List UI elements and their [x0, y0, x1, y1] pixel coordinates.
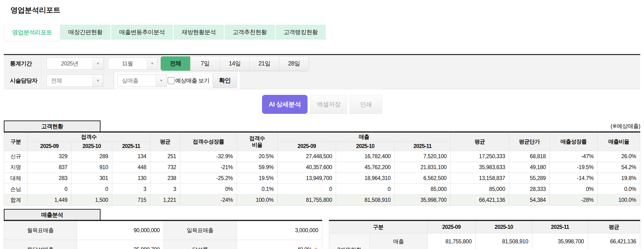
confirm-button[interactable]: 확인 — [213, 73, 237, 88]
trend-header-avg: 평균 — [588, 220, 640, 233]
row-label: 지명 — [4, 162, 28, 173]
cell: 0.0% — [598, 184, 640, 195]
tab-sales-analysis-report[interactable]: 영업분석리포트 — [4, 25, 60, 41]
cell: -24% — [180, 195, 237, 206]
filter-row-staff: 시술담당자 전체 ▼ 실매출 ▼ 예상매출 보기 확인 — [4, 72, 640, 89]
col-header-visit-ratio: 접객수 비율 — [237, 132, 278, 151]
range-button-14d[interactable]: 14일 — [220, 56, 250, 71]
cell: 81,508,910 — [476, 233, 532, 249]
cell: 448 — [112, 162, 150, 173]
table-row-guest: 손님 0 0 3 3 0% 0.1% 0 0 85,000 85,000 28,… — [4, 184, 640, 195]
col-header-gubun: 구분 — [4, 132, 28, 151]
achievement-rate-label: 달성률 — [164, 240, 236, 249]
action-button-row: AI 상세분석 엑셀저장 인쇄 — [4, 95, 640, 114]
cell: 66,421,136 — [450, 195, 509, 206]
tab-customer-ranking-status[interactable]: 고객랭킹현황 — [276, 25, 326, 39]
cell: 54.2% — [598, 162, 640, 173]
monthly-target-label: 월목표매출 — [4, 220, 77, 240]
period-label: 통계기간 — [4, 55, 41, 72]
chevron-down-icon: ▼ — [92, 58, 103, 70]
rate-value: 40.0% — [297, 246, 312, 249]
table-row-total: 합계 1,449 1,500 715 1,221 -24% 100.0% 81,… — [4, 195, 640, 206]
col-header-sales-m1: 2025-09 — [278, 142, 336, 151]
col-header-visit-avg: 평균 — [150, 132, 180, 151]
cell: 0 — [71, 184, 112, 195]
col-header-visit-m2: 2025-10 — [71, 142, 112, 151]
col-header-sales-m3: 2025-11 — [394, 142, 450, 151]
col-header-sales-avg: 평균 — [450, 132, 509, 151]
table-row-substitute: 대체 283 301 130 238 -25.2% 19.5% 13,949,7… — [4, 173, 640, 184]
cell: -19.5% — [550, 162, 597, 173]
trend-header-gubun: 구분 — [329, 220, 428, 233]
staff-select-value: 전체 — [47, 75, 92, 86]
cell: 715 — [112, 195, 150, 206]
table-row: 월달성매출 35,998,700 달성률 40.0%▼ — [4, 240, 322, 249]
tab-store-simple-status[interactable]: 매장간편현황 — [60, 25, 111, 39]
cell: 100.0% — [237, 195, 278, 206]
cell: 27,448,500 — [278, 151, 336, 162]
trend-group-label: 3개월현황 — [329, 233, 370, 249]
cell: 19.5% — [237, 173, 278, 184]
month-select[interactable]: 11월 ▼ — [108, 58, 158, 70]
report-tab-bar: 영업분석리포트 매장간편현황 매출변동추이분석 재방현황분석 고객추천현황 고객… — [4, 25, 640, 42]
cell: 13,949,700 — [278, 173, 336, 184]
cell: 68,818 — [509, 151, 550, 162]
tab-revisit-status-analysis[interactable]: 재방현황분석 — [174, 25, 224, 39]
range-button-28d[interactable]: 28일 — [279, 56, 309, 71]
range-button-all[interactable]: 전체 — [161, 56, 190, 71]
trend-row-label: 매출 — [370, 233, 427, 249]
cell: 301 — [71, 173, 112, 184]
cell: 238 — [150, 173, 180, 184]
cell: 54,384 — [509, 195, 550, 206]
expected-sales-checkbox[interactable] — [168, 77, 175, 84]
sales-target-table: 월목표매출 90,000,000 일목표매출 3,000,000 월달성매출 3… — [4, 220, 322, 249]
cell: 55,289 — [509, 173, 550, 184]
cell: 18,964,310 — [336, 173, 394, 184]
ai-detail-analysis-button[interactable]: AI 상세분석 — [262, 95, 308, 114]
cell: 81,755,800 — [427, 233, 476, 249]
cell: 85,000 — [450, 184, 509, 195]
cell: -47% — [550, 151, 597, 162]
range-button-7d[interactable]: 7일 — [190, 56, 220, 71]
row-label: 대체 — [4, 173, 28, 184]
cell: 0% — [550, 184, 597, 195]
cell: 13,158,837 — [450, 173, 509, 184]
table-row-new: 신규 329 289 134 251 -32.9% 20.5% 27,448,5… — [4, 151, 640, 162]
staff-select[interactable]: 전체 ▼ — [46, 74, 104, 87]
down-arrow-icon: ▼ — [314, 247, 318, 249]
chevron-down-icon: ▼ — [92, 75, 103, 86]
tab-sales-trend-analysis[interactable]: 매출변동추이분석 — [111, 25, 174, 39]
row-label: 합계 — [4, 195, 28, 206]
range-button-21d[interactable]: 21일 — [250, 56, 279, 71]
print-button[interactable]: 인쇄 — [350, 95, 382, 114]
cell: 49,180 — [509, 162, 550, 173]
sales-analysis-tables: 월목표매출 90,000,000 일목표매출 3,000,000 월달성매출 3… — [4, 220, 640, 249]
staff-cell: 전체 ▼ — [41, 72, 114, 89]
filter-panel: 통계기간 2025년 ▼ 11월 ▼ 전체 7일 14일 21일 28일 — [4, 54, 640, 89]
col-header-sales-m2: 2025-10 — [336, 142, 394, 151]
month-select-value: 11월 — [108, 58, 147, 70]
cell: 3 — [150, 184, 180, 195]
cell: 289 — [71, 151, 112, 162]
sales-section-title: 매출분석 — [4, 209, 100, 220]
cell: 85,000 — [394, 184, 450, 195]
cell: 35,983,633 — [450, 162, 509, 173]
trend-header-m1: 2025-09 — [427, 220, 476, 233]
cell: 26.0% — [598, 151, 640, 162]
cell: 0 — [336, 184, 394, 195]
chevron-down-icon: ▼ — [156, 75, 166, 86]
cell: 35,998,700 — [394, 195, 450, 206]
table-row: 월목표매출 90,000,000 일목표매출 3,000,000 — [4, 220, 322, 240]
year-select[interactable]: 2025년 ▼ — [46, 58, 104, 70]
sales-type-select[interactable]: 실매출 ▼ — [117, 74, 167, 87]
cell: -14.7% — [550, 173, 597, 184]
col-header-avg-price: 평균단가 — [509, 132, 550, 151]
range-button-group: 전체 7일 14일 21일 28일 — [160, 56, 309, 71]
year-select-value: 2025년 — [47, 58, 92, 70]
excel-save-button[interactable]: 엑셀저장 — [310, 95, 347, 114]
col-header-visit-m3: 2025-11 — [112, 142, 150, 151]
sales-type-cell: 실매출 ▼ 예상매출 보기 확인 — [114, 72, 240, 89]
daily-target-value: 3,000,000 — [236, 220, 322, 240]
cell: 0 — [278, 184, 336, 195]
tab-customer-referral-status[interactable]: 고객추천현황 — [224, 25, 276, 39]
